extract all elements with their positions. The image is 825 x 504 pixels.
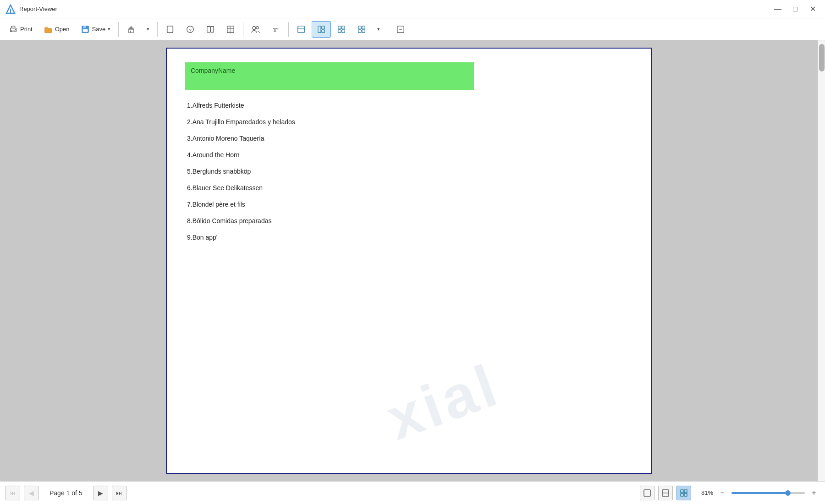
list-item: 3.Antonio Moreno Taquería (185, 130, 632, 147)
separator-1 (118, 22, 119, 37)
single-page-button[interactable] (160, 21, 180, 38)
nav-prev-button[interactable]: ◀ (24, 486, 38, 500)
text-format-icon: TT (271, 25, 280, 34)
document-area[interactable]: CompanyName 1.Alfreds Futterkiste 2.Ana … (0, 40, 818, 481)
svg-point-22 (253, 26, 256, 29)
home-icon (126, 25, 136, 34)
company-index: 3. (187, 135, 192, 142)
company-name: Alfreds Futterkiste (192, 102, 244, 109)
svg-rect-45 (684, 490, 687, 493)
zoom-in-button[interactable]: + (808, 488, 820, 499)
separator-3 (243, 22, 243, 37)
vertical-scrollbar[interactable] (818, 40, 825, 481)
zoom-slider-container[interactable] (732, 489, 805, 497)
scrollbar-thumb[interactable] (819, 44, 825, 71)
view-layout2-button[interactable] (312, 21, 331, 38)
home-dropdown-button[interactable]: ▾ (142, 21, 154, 38)
svg-rect-30 (322, 29, 324, 32)
zoom-out-button[interactable]: − (717, 488, 728, 499)
print-button[interactable]: Print (4, 21, 38, 38)
svg-rect-44 (681, 490, 683, 493)
multi-page-button[interactable] (676, 486, 691, 500)
svg-point-5 (15, 29, 16, 30)
maximize-button[interactable]: □ (788, 2, 802, 16)
company-name: Blauer See Delikatessen (192, 184, 263, 192)
document-page: CompanyName 1.Alfreds Futterkiste 2.Ana … (166, 48, 652, 474)
company-index: 9. (187, 234, 192, 241)
svg-rect-16 (207, 26, 210, 32)
svg-rect-26 (298, 26, 304, 32)
svg-text:?: ? (189, 27, 192, 32)
layout-back-icon (206, 25, 215, 34)
company-list: 1.Alfreds Futterkiste 2.Ana Trujillo Emp… (185, 97, 632, 246)
toolbar: Print Open Save ▾ ▾ ? (0, 18, 825, 40)
app-title: Report-Viewer (19, 5, 771, 12)
company-name: Bólido Comidas preparadas (192, 217, 272, 225)
svg-rect-47 (684, 493, 687, 496)
print-icon (9, 25, 18, 34)
company-index: 8. (187, 217, 192, 225)
help-icon: ? (186, 25, 195, 34)
expand-button[interactable] (391, 21, 410, 38)
company-index: 2. (187, 118, 192, 126)
separator-5 (388, 22, 388, 37)
zoom-label: 81% (695, 489, 713, 496)
separator-2 (157, 22, 158, 37)
fit-page-button[interactable] (640, 486, 654, 500)
help-button[interactable]: ? (181, 21, 200, 38)
nav-next-button[interactable]: ▶ (94, 486, 108, 500)
print-label: Print (20, 26, 33, 33)
close-button[interactable]: ✕ (806, 2, 820, 16)
view-layout1-button[interactable] (292, 21, 311, 38)
svg-rect-12 (130, 30, 131, 33)
watermark: xial (378, 350, 508, 454)
print-layout-button[interactable] (221, 21, 240, 38)
svg-rect-6 (45, 27, 48, 27)
nav-last-button[interactable]: ⏭ (112, 486, 126, 500)
list-item: 7.Blondel père et fils (185, 196, 632, 213)
text-format-button[interactable]: TT (266, 21, 286, 38)
company-name: Ana Trujillo Emparedados y helados (192, 118, 295, 126)
search-people-button[interactable] (246, 21, 265, 38)
company-index: 5. (187, 168, 192, 175)
view-layout4-button[interactable] (352, 21, 371, 38)
app-logo (6, 4, 16, 14)
open-label: Open (55, 26, 70, 33)
list-item: 8.Bólido Comidas preparadas (185, 213, 632, 229)
svg-rect-38 (362, 29, 365, 32)
view-dropdown-button[interactable]: ▾ (372, 21, 385, 38)
company-name: Antonio Moreno Taquería (192, 135, 264, 142)
svg-rect-3 (11, 26, 15, 28)
svg-rect-4 (11, 30, 15, 32)
page-info: Page 1 of 5 (42, 489, 90, 497)
svg-text:T: T (277, 27, 279, 31)
svg-rect-36 (362, 26, 365, 28)
view-layout4-icon (357, 25, 366, 34)
view-layout3-icon (337, 25, 346, 34)
header-band: CompanyName (185, 62, 474, 90)
minimize-button[interactable]: — (771, 2, 785, 16)
home-dropdown-icon: ▾ (147, 26, 149, 32)
save-dropdown-icon[interactable]: ▾ (108, 26, 110, 32)
company-index: 6. (187, 184, 192, 192)
nav-first-button[interactable]: ⏮ (6, 486, 20, 500)
layout-back-button[interactable] (201, 21, 220, 38)
list-item: 9.Bon app' (185, 229, 632, 246)
list-item: 4.Around the Horn (185, 147, 632, 163)
zoom-thumb[interactable] (785, 490, 791, 496)
open-button[interactable]: Open (38, 21, 75, 38)
view-layout3-button[interactable] (332, 21, 351, 38)
bottom-bar: ⏮ ◀ Page 1 of 5 ▶ ⏭ 81% − + (0, 481, 825, 504)
fit-width-button[interactable] (658, 486, 673, 500)
svg-rect-8 (83, 26, 86, 28)
svg-rect-35 (358, 26, 361, 28)
svg-point-23 (256, 26, 258, 28)
svg-rect-46 (681, 493, 683, 496)
save-button[interactable]: Save ▾ (76, 21, 116, 38)
separator-4 (288, 22, 289, 37)
company-name: Bon app' (192, 234, 218, 241)
home-button[interactable] (121, 21, 141, 38)
svg-rect-18 (227, 26, 234, 32)
svg-rect-29 (322, 26, 324, 28)
company-name: Blondel père et fils (192, 201, 245, 208)
